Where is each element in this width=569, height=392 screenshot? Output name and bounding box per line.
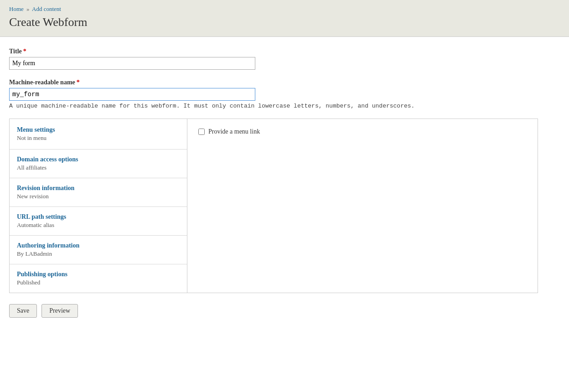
domain-access-section[interactable]: Domain access options All affiliates [10, 150, 187, 178]
preview-button[interactable]: Preview [41, 304, 78, 318]
url-path-settings-title[interactable]: URL path settings [17, 213, 180, 221]
authoring-information-section[interactable]: Authoring information By LABadmin [10, 236, 187, 264]
section-with-content: Menu settings Not in menu Domain access … [10, 119, 538, 293]
authoring-information-title[interactable]: Authoring information [17, 242, 180, 249]
menu-settings-section[interactable]: Menu settings Not in menu [10, 119, 187, 150]
save-button[interactable]: Save [9, 304, 37, 318]
machine-name-field-group: Machine-readable name* A unique machine-… [9, 79, 538, 109]
main-content: Title* Machine-readable name* A unique m… [0, 37, 547, 329]
publishing-options-section[interactable]: Publishing options Published [10, 264, 187, 293]
machine-name-label: Machine-readable name* [9, 79, 538, 86]
home-link[interactable]: Home [9, 5, 24, 12]
machine-name-required-star: * [77, 79, 80, 86]
title-label: Title* [9, 48, 538, 55]
title-input[interactable] [9, 57, 255, 70]
provide-menu-link-checkbox[interactable] [198, 129, 205, 135]
revision-information-section[interactable]: Revision information New revision [10, 178, 187, 207]
url-path-settings-subtitle: Automatic alias [17, 222, 180, 229]
title-required-star: * [23, 48, 26, 55]
breadcrumb: Home » Add content [9, 5, 560, 13]
breadcrumb-separator: » [26, 5, 30, 12]
domain-access-subtitle: All affiliates [17, 164, 180, 171]
machine-name-input[interactable] [9, 88, 255, 101]
sections-container: Menu settings Not in menu Domain access … [9, 119, 538, 293]
authoring-information-subtitle: By LABadmin [17, 250, 180, 258]
domain-access-title[interactable]: Domain access options [17, 156, 180, 163]
publishing-options-title[interactable]: Publishing options [17, 271, 180, 278]
machine-name-description: A unique machine-readable name for this … [9, 103, 538, 109]
title-field-group: Title* [9, 48, 538, 70]
menu-settings-subtitle: Not in menu [17, 134, 180, 142]
provide-menu-link-label[interactable]: Provide a menu link [208, 128, 260, 135]
left-panel: Menu settings Not in menu Domain access … [10, 119, 187, 293]
revision-information-title[interactable]: Revision information [17, 185, 180, 192]
revision-information-subtitle: New revision [17, 193, 180, 200]
menu-settings-title[interactable]: Menu settings [17, 126, 180, 134]
add-content-link[interactable]: Add content [32, 5, 61, 12]
buttons-row: Save Preview [9, 304, 538, 318]
page-title: Create Webform [9, 15, 560, 29]
publishing-options-subtitle: Published [17, 279, 180, 286]
header-bar: Home » Add content Create Webform [0, 0, 569, 37]
right-panel: Provide a menu link [187, 119, 538, 293]
url-path-settings-section[interactable]: URL path settings Automatic alias [10, 207, 187, 236]
menu-link-row: Provide a menu link [198, 128, 527, 135]
